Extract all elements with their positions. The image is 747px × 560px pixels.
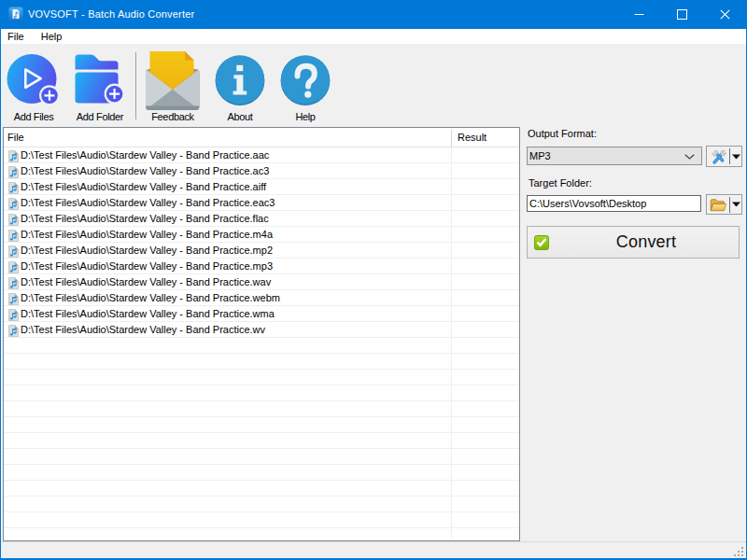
file-path: D:\Test Files\Audio\Stardew Valley - Ban…	[21, 324, 265, 335]
open-folder-icon	[710, 198, 726, 212]
add-files-icon	[7, 53, 61, 107]
list-item[interactable]: D:\Test Files\Audio\Stardew Valley - Ban…	[4, 274, 519, 290]
format-settings-button[interactable]	[706, 146, 742, 167]
audio-file-icon	[8, 214, 19, 226]
about-label: About	[215, 110, 265, 123]
list-item[interactable]: D:\Test Files\Audio\Stardew Valley - Ban…	[4, 290, 519, 306]
feedback-envelope-icon	[145, 51, 201, 111]
audio-file-icon	[8, 245, 19, 258]
menu-file[interactable]: File	[1, 29, 31, 44]
chevron-down-icon	[684, 154, 695, 160]
app-icon	[8, 7, 23, 21]
list-item[interactable]: D:\Test Files\Audio\Stardew Valley - Ban…	[4, 179, 519, 195]
output-format-select[interactable]: MP3	[527, 147, 702, 165]
audio-file-icon	[8, 182, 19, 194]
status-bar	[1, 541, 746, 558]
target-folder-label: Target Folder:	[529, 177, 592, 189]
file-path: D:\Test Files\Audio\Stardew Valley - Ban…	[21, 292, 280, 303]
file-list[interactable]: File Result D:\Test Files\Audio\S	[3, 127, 520, 541]
maximize-button[interactable]	[660, 0, 703, 29]
output-format-value: MP3	[529, 150, 551, 161]
file-path: D:\Test Files\Audio\Stardew Valley - Ban…	[21, 308, 275, 319]
list-item[interactable]: D:\Test Files\Audio\Stardew Valley - Ban…	[4, 195, 519, 211]
list-item[interactable]: D:\Test Files\Audio\Stardew Valley - Ban…	[4, 322, 519, 338]
file-path: D:\Test Files\Audio\Stardew Valley - Ban…	[21, 276, 271, 287]
file-path: D:\Test Files\Audio\Stardew Valley - Ban…	[21, 149, 269, 161]
menu-bar: File Help	[1, 29, 746, 44]
about-button[interactable]: About	[215, 44, 265, 126]
audio-file-icon	[8, 166, 19, 178]
column-header-file[interactable]: File	[7, 128, 24, 147]
list-item[interactable]: D:\Test Files\Audio\Stardew Valley - Ban…	[4, 147, 519, 163]
maximize-icon	[677, 9, 687, 20]
question-circle-icon	[280, 55, 331, 105]
green-check-icon	[534, 235, 549, 250]
help-button[interactable]: Help	[280, 44, 331, 126]
file-path: D:\Test Files\Audio\Stardew Valley - Ban…	[21, 229, 273, 240]
title-bar[interactable]: VOVSOFT - Batch Audio Converter	[0, 0, 747, 29]
list-item[interactable]: D:\Test Files\Audio\Stardew Valley - Ban…	[4, 243, 519, 259]
column-divider[interactable]	[451, 130, 452, 147]
file-path: D:\Test Files\Audio\Stardew Valley - Ban…	[21, 245, 273, 256]
file-path: D:\Test Files\Audio\Stardew Valley - Ban…	[21, 165, 269, 176]
output-format-label: Output Format:	[528, 128, 597, 139]
audio-file-icon	[8, 293, 19, 305]
add-files-button[interactable]: Add Files	[6, 44, 62, 126]
audio-file-icon	[8, 261, 19, 273]
add-folder-button[interactable]: Add Folder	[72, 44, 128, 126]
audio-file-icon	[8, 150, 19, 162]
audio-file-icon	[8, 309, 19, 321]
add-files-label: Add Files	[6, 110, 62, 123]
list-header: File Result	[4, 128, 519, 147]
audio-file-icon	[8, 325, 19, 337]
window-title: VOVSOFT - Batch Audio Converter	[28, 0, 194, 29]
column-header-result[interactable]: Result	[458, 128, 486, 147]
minimize-button[interactable]	[617, 0, 660, 29]
list-item[interactable]: D:\Test Files\Audio\Stardew Valley - Ban…	[4, 259, 519, 274]
convert-button[interactable]: Convert	[527, 226, 740, 259]
list-item[interactable]: D:\Test Files\Audio\Stardew Valley - Ban…	[4, 211, 519, 227]
file-path: D:\Test Files\Audio\Stardew Valley - Ban…	[21, 197, 275, 208]
close-icon	[720, 9, 730, 20]
feedback-label: Feedback	[145, 110, 201, 123]
audio-file-icon	[8, 277, 19, 289]
list-rows: D:\Test Files\Audio\Stardew Valley - Ban…	[4, 147, 519, 540]
convert-label: Convert	[554, 227, 739, 258]
close-button[interactable]	[703, 0, 746, 29]
add-folder-icon	[73, 53, 127, 107]
dropdown-arrow-icon	[732, 154, 740, 160]
audio-file-icon	[8, 230, 19, 242]
result-column-line	[451, 147, 452, 540]
file-path: D:\Test Files\Audio\Stardew Valley - Ban…	[21, 260, 273, 272]
minimize-icon	[634, 9, 644, 20]
resize-grip-icon[interactable]	[733, 546, 744, 557]
file-path: D:\Test Files\Audio\Stardew Valley - Ban…	[21, 213, 269, 224]
browse-folder-button[interactable]	[706, 194, 742, 215]
menu-help[interactable]: Help	[35, 29, 69, 44]
list-item[interactable]: D:\Test Files\Audio\Stardew Valley - Ban…	[4, 306, 519, 322]
target-folder-value: C:\Users\Vovsoft\Desktop	[529, 198, 646, 209]
list-item[interactable]: D:\Test Files\Audio\Stardew Valley - Ban…	[4, 227, 519, 243]
app-window: VOVSOFT - Batch Audio Converter File Hel…	[0, 0, 747, 560]
toolbar-separator	[135, 52, 136, 119]
info-circle-icon	[215, 55, 265, 105]
dropdown-arrow-icon	[732, 202, 740, 207]
help-label: Help	[280, 110, 331, 123]
tools-icon	[711, 148, 726, 164]
target-folder-input[interactable]: C:\Users\Vovsoft\Desktop	[527, 195, 701, 212]
file-path: D:\Test Files\Audio\Stardew Valley - Ban…	[21, 181, 266, 192]
feedback-button[interactable]: Feedback	[145, 44, 201, 126]
add-folder-label: Add Folder	[72, 110, 128, 123]
list-item[interactable]: D:\Test Files\Audio\Stardew Valley - Ban…	[4, 163, 519, 179]
audio-file-icon	[8, 198, 19, 210]
